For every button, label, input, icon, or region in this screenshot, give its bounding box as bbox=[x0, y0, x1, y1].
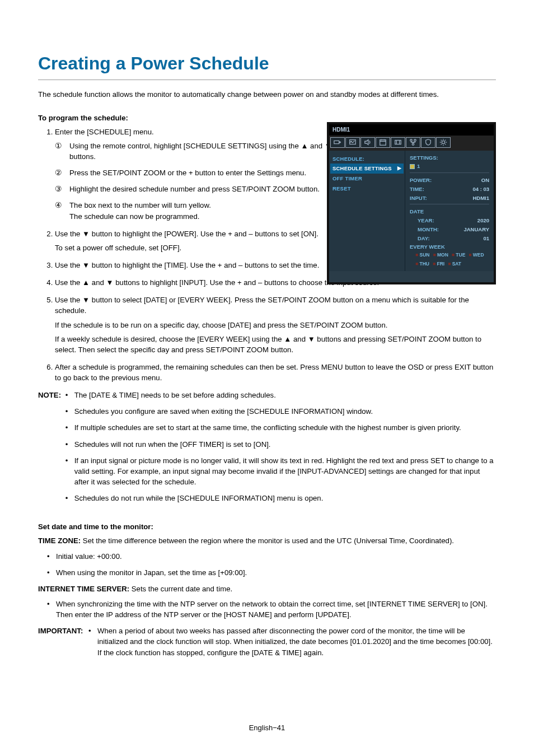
its-bullet-1: When synchronizing the time with the NTP… bbox=[47, 599, 496, 620]
osd-month-label: MONTH: bbox=[418, 226, 439, 234]
osd-everyweek-label: EVERY WEEK bbox=[410, 243, 445, 251]
osd-settings-label: SETTINGS: bbox=[410, 154, 489, 162]
osd-power-value: ON bbox=[481, 176, 489, 184]
osd-footer-bar bbox=[329, 271, 494, 282]
osd-day-value: 01 bbox=[483, 235, 489, 242]
osd-audio-icon bbox=[360, 137, 375, 148]
its-text: Sets the current date and time. bbox=[129, 585, 232, 593]
important-bullet-1: When a period of about two weeks has pas… bbox=[88, 626, 496, 657]
osd-left-item-selected: SCHEDULE SETTINGS▶ bbox=[330, 164, 404, 174]
osd-date-label: DATE bbox=[410, 208, 424, 216]
osd-left-item-1: OFF TIMER bbox=[332, 174, 401, 184]
osd-year-label: YEAR: bbox=[418, 217, 434, 225]
step-1-sub-1: Using the remote control, highlight [SCH… bbox=[69, 141, 338, 162]
svg-rect-2 bbox=[395, 141, 401, 144]
page-footer: English−41 bbox=[0, 723, 534, 734]
osd-menu-title: SCHEDULE: bbox=[332, 154, 401, 164]
step-1-text: Enter the [SCHEDULE] menu. bbox=[55, 128, 154, 136]
step-1-sub-4: The box next to the number will turn yel… bbox=[69, 200, 338, 221]
timezone-text: Set the time difference between the regi… bbox=[81, 536, 454, 545]
osd-slot-icon bbox=[391, 137, 405, 148]
osd-year-value: 2020 bbox=[477, 217, 489, 225]
osd-settings-box bbox=[410, 164, 415, 169]
svg-rect-1 bbox=[380, 140, 386, 146]
page-title: Creating a Power Schedule bbox=[38, 50, 496, 80]
osd-system-icon bbox=[436, 137, 451, 148]
note-4: Schedules will not run when the [OFF TIM… bbox=[65, 439, 496, 450]
step-5b: If the schedule is to be run on a specif… bbox=[55, 320, 496, 330]
tz-bullet-2: When using the monitor in Japan, set the… bbox=[47, 567, 496, 578]
step-5c: If a weekly schedule is desired, choose … bbox=[55, 334, 496, 355]
osd-day-tue: TUE bbox=[452, 251, 466, 258]
step-1-sub-4a: The box next to the number will turn yel… bbox=[69, 201, 211, 209]
step-5: Use the ▼ button to select [DATE] or [EV… bbox=[55, 295, 496, 355]
osd-day-fri: FRI bbox=[433, 260, 444, 267]
svg-point-4 bbox=[414, 139, 416, 142]
note-label: NOTE: bbox=[38, 390, 65, 509]
osd-left-item-0: SCHEDULE SETTINGS bbox=[332, 165, 392, 172]
osd-day-label: DAY: bbox=[418, 235, 430, 242]
osd-schedule-icon bbox=[376, 137, 390, 148]
important-block: IMPORTANT: When a period of about two we… bbox=[38, 626, 496, 663]
step-1-sub-3: Highlight the desired schedule number an… bbox=[69, 184, 338, 194]
svg-point-6 bbox=[442, 141, 444, 143]
note-2: Schedules you configure are saved when e… bbox=[65, 406, 496, 417]
osd-settings-index: 1 bbox=[417, 162, 420, 170]
osd-time-value: 04 : 03 bbox=[472, 185, 489, 193]
note-3: If multiple schedules are set to start a… bbox=[65, 422, 496, 433]
osd-input-row-label: INPUT: bbox=[410, 194, 427, 202]
osd-day-wed: WED bbox=[469, 251, 484, 258]
timezone-label: TIME ZONE: bbox=[38, 536, 81, 545]
timezone-line: TIME ZONE: Set the time difference betwe… bbox=[38, 535, 496, 546]
its-line: INTERNET TIME SERVER: Sets the current d… bbox=[38, 584, 496, 594]
step-2-text: Use the ▼ button to highlight the [POWER… bbox=[55, 230, 318, 238]
tz-bullet-1: Initial value: +00:00. bbox=[47, 551, 496, 562]
osd-input-label: HDMI1 bbox=[329, 124, 494, 136]
osd-input-icon bbox=[330, 137, 345, 148]
datetime-heading: Set date and time to the monitor: bbox=[38, 521, 496, 532]
osd-day-sat: SAT bbox=[448, 260, 461, 267]
osd-input-row-value: HDMI1 bbox=[472, 194, 489, 202]
osd-icon-row bbox=[329, 136, 494, 151]
important-label: IMPORTANT: bbox=[38, 626, 88, 663]
note-5: If an input signal or picture mode is no… bbox=[65, 455, 496, 487]
its-label: INTERNET TIME SERVER: bbox=[38, 585, 129, 593]
osd-day-mon: MON bbox=[433, 251, 448, 258]
step-1-sub-2: Press the SET/POINT ZOOM or the + button… bbox=[69, 167, 338, 178]
program-heading: To program the schedule: bbox=[38, 113, 496, 123]
osd-network-icon bbox=[406, 137, 420, 148]
step-5a: Use the ▼ button to select [DATE] or [EV… bbox=[55, 296, 469, 315]
osd-picture-icon bbox=[345, 137, 360, 148]
step-6: After a schedule is programmed, the rema… bbox=[55, 362, 496, 383]
osd-power-label: POWER: bbox=[410, 176, 432, 184]
osd-protect-icon bbox=[421, 137, 435, 148]
osd-arrow-icon: ▶ bbox=[397, 165, 401, 172]
osd-left-item-2: RESET bbox=[332, 184, 401, 194]
osd-time-label: TIME: bbox=[410, 185, 424, 193]
step-2-sub: To set a power off schedule, set [OFF]. bbox=[55, 242, 324, 253]
svg-point-5 bbox=[412, 143, 414, 146]
intro-text: The schedule function allows the monitor… bbox=[38, 89, 496, 100]
osd-day-sun: SUN bbox=[415, 251, 429, 258]
note-1: The [DATE & TIME] needs to be set before… bbox=[65, 390, 496, 400]
note-6: Schedules do not run while the [SCHEDULE… bbox=[65, 493, 496, 503]
note-block: NOTE: The [DATE & TIME] needs to be set … bbox=[38, 390, 496, 509]
osd-day-thu: THU bbox=[415, 260, 429, 267]
step-1-sub-4b: The schedule can now be programmed. bbox=[69, 212, 199, 221]
osd-month-value: JANUARY bbox=[463, 226, 489, 234]
osd-screenshot: HDMI1 SCHEDULE: SCHEDULE SETTINGS▶ OFF T… bbox=[327, 122, 496, 284]
svg-point-3 bbox=[410, 139, 413, 142]
